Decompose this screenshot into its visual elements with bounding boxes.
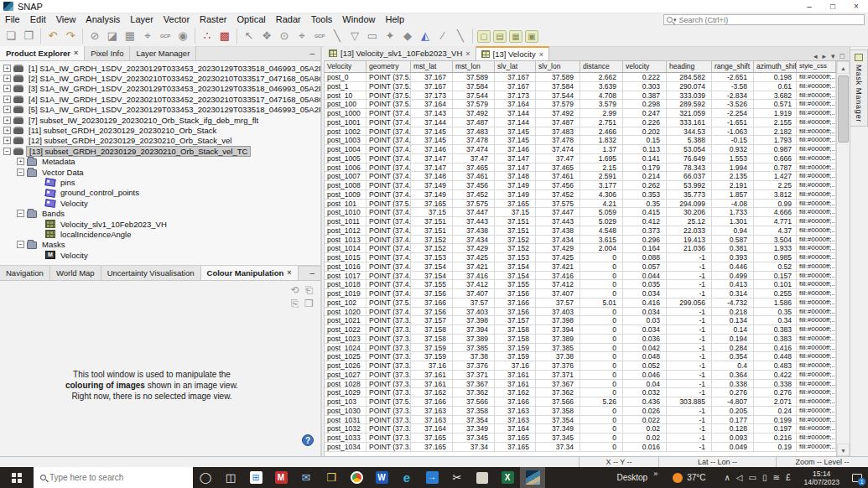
table-row[interactable]: post_103 POINT (37.5... 37.166 37.566 37… (325, 397, 836, 407)
table-row[interactable]: post_1023 POINT (37.3... 37.158 37.389 3… (325, 335, 836, 344)
close-tab-icon[interactable]: × (287, 267, 291, 278)
menu-item[interactable]: Vector (159, 13, 195, 26)
tree-item[interactable]: + [4] S1A_IW_GRDH_1SDV_20230210T033452_2… (0, 94, 320, 104)
toolbar-icon[interactable]: ◭ (418, 29, 433, 44)
table-row[interactable]: post_1031 POINT (37.3... 37.163 37.354 3… (325, 416, 836, 425)
battery-icon[interactable]: ▯ (762, 473, 767, 482)
table-row[interactable]: post_1034 POINT (37.3... 37.165 37.34 37… (325, 443, 836, 452)
table-row[interactable]: post_102 POINT (37.5... 37.166 37.57 37.… (325, 299, 836, 308)
scroll-up-icon[interactable]: ▲ (837, 61, 850, 74)
expand-toggle-icon[interactable]: + (3, 127, 11, 134)
tree-item[interactable]: localIncidenceAngle (0, 229, 320, 239)
tab-world-map[interactable]: World Map (50, 266, 101, 280)
table-row[interactable]: post_1015 POINT (37.4... 37.153 37.425 3… (325, 253, 836, 262)
taskbar-app-icon[interactable]: ◫ (218, 467, 243, 488)
maximize-button[interactable]: □ (821, 0, 845, 13)
menu-item[interactable]: Radar (271, 13, 306, 26)
column-header[interactable]: range_shift (712, 61, 754, 72)
table-row[interactable]: post_1008 POINT (37.4... 37.149 37.456 3… (325, 181, 836, 190)
app-search-box[interactable]: ▾ (663, 14, 865, 25)
minimize-button[interactable]: – (798, 0, 821, 13)
table-row[interactable]: post_1009 POINT (37.4... 37.149 37.452 3… (325, 190, 836, 200)
tree-item[interactable]: Velocity_slv1_10Feb2023_VH (0, 219, 320, 229)
table-row[interactable]: post_1020 POINT (37.4... 37.156 37.403 3… (325, 308, 836, 317)
menu-item[interactable]: Raster (195, 13, 231, 26)
toolbar-icon[interactable] (40, 29, 41, 44)
toolbar-icon[interactable]: ⌖ (294, 29, 309, 44)
reset-palette-icon[interactable]: ⟲ (288, 284, 301, 296)
close-button[interactable]: × (845, 0, 868, 13)
vertical-scrollbar[interactable]: ▲ ▼ (836, 61, 850, 456)
table-row[interactable]: post_1029 POINT (37.3... 37.162 37.362 3… (325, 388, 836, 397)
menu-item[interactable]: File (0, 13, 25, 26)
expand-toggle-icon[interactable]: + (17, 158, 24, 165)
menu-item[interactable]: Analysis (81, 13, 125, 26)
export-palette-icon[interactable]: ⎘ (288, 298, 301, 309)
column-header[interactable]: style_css (797, 61, 836, 72)
toolbar-icon[interactable]: ▭ (365, 29, 380, 44)
tab-layer-manager[interactable]: Layer Manager (130, 46, 196, 60)
toolbar-icon[interactable]: ⌖ (140, 29, 155, 44)
tree-item[interactable]: + [7] subset_IW_20230129_20230210_Orb_St… (0, 115, 320, 125)
taskbar-app-icon[interactable] (470, 467, 495, 488)
close-tab-icon[interactable]: × (465, 49, 470, 58)
expand-toggle-icon[interactable]: + (3, 65, 11, 72)
table-row[interactable]: post_1018 POINT (37.4... 37.155 37.412 3… (325, 280, 836, 289)
toolbar-icon[interactable]: ▤ (493, 30, 507, 43)
toolbar-icon[interactable]: ◆ (400, 29, 415, 44)
toolbar-icon[interactable]: ✦ (382, 29, 398, 44)
menu-item[interactable]: Window (337, 13, 380, 26)
taskbar-app-icon[interactable]: → (419, 467, 444, 488)
toolbar-icon[interactable] (472, 29, 473, 44)
table-row[interactable]: post_101 POINT (37.5... 37.165 37.575 37… (325, 200, 836, 209)
expand-toggle-icon[interactable]: − (3, 148, 11, 155)
table-row[interactable]: post_1000 POINT (37.4... 37.143 37.492 3… (325, 109, 836, 118)
tree-item[interactable]: + [1] S1A_IW_GRDH_1SDV_20230129T033453_2… (0, 63, 320, 73)
toolbar-icon[interactable]: ▦ (509, 30, 522, 43)
menu-item[interactable]: Optical (231, 13, 270, 26)
desktop-toolbar[interactable]: Desktop » (611, 473, 652, 482)
wifi-icon[interactable]: ≋ (773, 473, 780, 482)
expand-toggle-icon[interactable]: + (3, 117, 11, 124)
toolbar-icon[interactable]: GCP (312, 29, 327, 44)
tab-velocity-band[interactable]: [13] Velocity_slv1_10Feb2023_VH × (324, 46, 476, 60)
toolbar-icon[interactable]: ╲ (330, 29, 345, 44)
toolbar-overflow-icon[interactable]: » (653, 470, 657, 478)
tree-item[interactable]: + [2] S1A_IW_GRDH_1SDV_20230210T033452_2… (0, 73, 320, 83)
table-row[interactable]: post_1 POINT (37.5... 37.167 37.584 37.1… (325, 82, 836, 91)
menu-item[interactable]: View (51, 13, 81, 26)
table-row[interactable]: post_1001 POINT (37.4... 37.144 37.487 3… (325, 118, 836, 127)
column-header[interactable]: mst_lon (453, 61, 495, 72)
expand-toggle-icon[interactable]: − (17, 241, 24, 248)
minimize-panel-icon[interactable]: – (304, 47, 320, 60)
toolbar-icon[interactable]: ╲ (453, 29, 468, 44)
app-search-input[interactable] (679, 16, 864, 24)
expand-toggle-icon[interactable]: + (3, 96, 11, 103)
taskbar-app-icon[interactable]: ◯ (193, 467, 218, 488)
tree-item[interactable]: + Metadata (0, 157, 320, 167)
toolbar-icon[interactable]: ▽ (347, 29, 362, 44)
table-row[interactable]: post_1033 POINT (37.3... 37.165 37.345 3… (325, 433, 836, 443)
apply-multiple-icon[interactable]: ❒ (303, 298, 315, 309)
table-row[interactable]: post_1030 POINT (37.3... 37.163 37.358 3… (325, 407, 836, 416)
tree-item[interactable]: ground_control_points (0, 188, 320, 198)
tab-colour-manipulation[interactable]: Colour Manipulation × (201, 266, 299, 280)
clock[interactable]: 15:14 14/07/2023 (797, 470, 846, 486)
display-icon[interactable]: ▭ (749, 473, 756, 482)
menu-item[interactable]: Layer (125, 13, 159, 26)
maximize-document-icon[interactable]: □ (840, 52, 845, 60)
taskbar-app-icon[interactable]: ✂ (444, 467, 470, 488)
toolbar-icon[interactable]: ↶ (45, 29, 60, 44)
expand-toggle-icon[interactable]: + (3, 85, 11, 92)
toolbar-icon[interactable]: ∕ (435, 29, 450, 44)
toolbar-icon[interactable]: ◪ (105, 29, 120, 44)
table-row[interactable]: post_1021 POINT (37.3... 37.157 37.398 3… (325, 316, 836, 325)
table-row[interactable]: post_1003 POINT (37.4... 37.145 37.478 3… (325, 136, 836, 145)
toolbar-icon[interactable]: ↷ (63, 29, 78, 44)
expand-toggle-icon[interactable]: − (17, 210, 24, 217)
toolbar-icon[interactable]: ◉ (175, 29, 190, 44)
tree-item[interactable]: Velocity (0, 198, 320, 208)
table-row[interactable]: post_1004 POINT (37.4... 37.146 37.474 3… (325, 145, 836, 154)
menu-item[interactable]: Tools (306, 13, 338, 26)
expand-toggle-icon[interactable]: + (3, 75, 11, 82)
